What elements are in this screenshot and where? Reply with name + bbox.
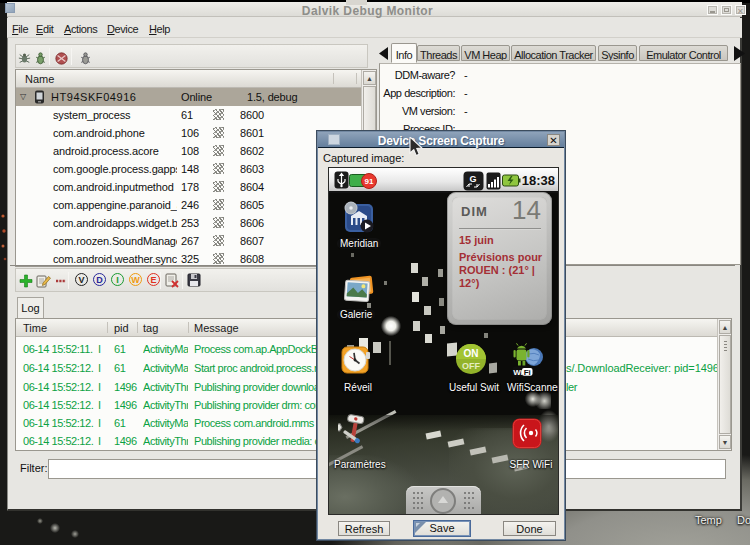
svg-text:ON: ON bbox=[464, 348, 479, 359]
svg-text:G: G bbox=[469, 174, 476, 184]
svg-text:OFF: OFF bbox=[462, 361, 480, 371]
svg-text:91: 91 bbox=[365, 177, 374, 186]
svg-text:Wi: Wi bbox=[513, 368, 523, 377]
svg-text:Fi: Fi bbox=[524, 368, 531, 377]
